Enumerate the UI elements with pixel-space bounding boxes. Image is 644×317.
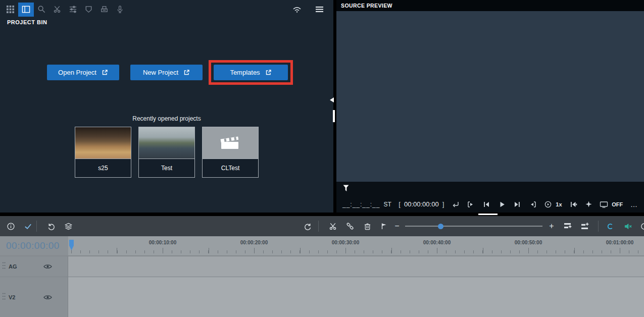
- playhead-marker[interactable]: [69, 240, 74, 250]
- zoom-in-button[interactable]: +: [548, 222, 556, 231]
- source-timecode-field[interactable]: [ 00:00:00:00 ]: [399, 200, 444, 208]
- source-timecode[interactable]: 00:00:00:00: [404, 200, 439, 208]
- project-card-test[interactable]: Test: [138, 127, 195, 178]
- open-project-button[interactable]: Open Project: [47, 65, 119, 80]
- history-undo-icon[interactable]: [301, 220, 314, 233]
- timeline-ruler: 00:00:00:00 00:00:10:00 00:00:20:00 00:0…: [0, 236, 644, 255]
- display-icon: [600, 201, 608, 208]
- source-scrub-bar[interactable]: [336, 182, 644, 196]
- templates-label: Templates: [230, 69, 260, 76]
- fx-icon[interactable]: [603, 220, 616, 233]
- wifi-icon[interactable]: [289, 3, 305, 17]
- project-name: CLTest: [203, 159, 258, 177]
- zoom-slider[interactable]: [405, 226, 542, 227]
- new-project-button[interactable]: New Project: [130, 65, 203, 80]
- project-card-cltest[interactable]: CLTest: [202, 127, 259, 178]
- project-bin-toolbar-right: [289, 3, 327, 17]
- snap-icon[interactable]: [585, 200, 592, 208]
- templates-highlight-box: Templates: [209, 60, 293, 85]
- project-bin-tab-icon[interactable]: [18, 3, 34, 17]
- drag-handle-icon[interactable]: [2, 292, 6, 302]
- track-visibility-eye-icon[interactable]: [43, 263, 52, 270]
- audio-mute-icon[interactable]: [621, 220, 634, 233]
- play-icon[interactable]: [498, 200, 506, 208]
- flag-icon[interactable]: [377, 220, 390, 233]
- panel-title: PROJECT BIN: [7, 19, 47, 25]
- delete-icon[interactable]: [361, 220, 374, 233]
- track-visibility-eye-icon[interactable]: [43, 294, 52, 300]
- ruler-label: 00:00:50:00: [507, 240, 550, 245]
- cut-icon[interactable]: [326, 220, 339, 233]
- open-external-icon: [102, 69, 108, 76]
- project-bin-toolbar: [0, 0, 333, 17]
- open-external-icon: [265, 69, 272, 76]
- templates-button[interactable]: Templates: [214, 65, 288, 80]
- bracket-close: ]: [442, 200, 444, 208]
- project-thumbnail: [203, 127, 258, 159]
- clapperboard-icon: [220, 135, 241, 151]
- drag-handle-icon[interactable]: [2, 261, 6, 272]
- search-icon[interactable]: [34, 3, 49, 17]
- add-track-bottom-icon[interactable]: [579, 220, 592, 233]
- step-back-icon[interactable]: [482, 200, 490, 208]
- splitter-handle[interactable]: [333, 110, 335, 122]
- jump-to-start-icon[interactable]: [569, 200, 577, 208]
- source-preview-header: SOURCE PREVIEW: [336, 0, 644, 11]
- timeline-panel: − + 00:00:00:00: [0, 216, 644, 317]
- clipped-tool-icon[interactable]: [637, 220, 644, 233]
- project-thumbnail: [139, 127, 194, 159]
- bracket-open: [: [399, 200, 401, 208]
- scrub-marker-icon[interactable]: [343, 185, 349, 194]
- menu-icon[interactable]: [312, 3, 327, 17]
- track-header-v2[interactable]: V2: [0, 277, 68, 317]
- display-toggle[interactable]: OFF: [600, 201, 623, 208]
- check-icon[interactable]: [21, 220, 34, 233]
- project-card-s25[interactable]: s25: [75, 127, 131, 178]
- sliders-icon[interactable]: [65, 3, 81, 17]
- ruler-label: 00:00:40:00: [416, 240, 458, 245]
- tag-icon[interactable]: [81, 3, 96, 17]
- info-icon[interactable]: [4, 220, 17, 233]
- collapse-panel-arrow-icon[interactable]: [330, 97, 334, 102]
- unlink-icon[interactable]: [343, 220, 357, 233]
- toolbar-divider: [598, 221, 599, 232]
- speed-icon: [544, 200, 552, 208]
- printer-icon[interactable]: [96, 3, 112, 17]
- microphone-icon[interactable]: [112, 3, 128, 17]
- display-off-label: OFF: [612, 201, 623, 207]
- step-forward-icon[interactable]: [513, 200, 521, 208]
- ruler-scale[interactable]: 00:00:10:00 00:00:20:00 00:00:30:00 00:0…: [68, 236, 644, 255]
- new-project-label: New Project: [143, 69, 178, 76]
- zoom-slider-thumb[interactable]: [438, 224, 443, 229]
- zoom-out-button[interactable]: −: [393, 222, 401, 231]
- source-transport-bar: __:__:__:__ ST [ 00:00:00:00 ]: [336, 196, 644, 213]
- loop-icon[interactable]: [452, 200, 460, 208]
- add-track-top-icon[interactable]: [562, 220, 575, 233]
- layers-icon[interactable]: [62, 220, 75, 233]
- toolbar-divider: [318, 221, 319, 232]
- open-external-icon: [183, 69, 190, 76]
- track-name: V2: [9, 294, 15, 300]
- recent-projects-title: Recently opened projects: [75, 115, 259, 122]
- more-options-icon[interactable]: …: [630, 200, 638, 208]
- undo-icon[interactable]: [44, 220, 58, 233]
- source-preview-title: SOURCE PREVIEW: [341, 3, 392, 9]
- project-thumbnail: [75, 127, 131, 159]
- mark-in-icon[interactable]: [467, 200, 475, 208]
- current-timecode: 00:00:00:00: [0, 236, 68, 255]
- speed-control[interactable]: 1x: [544, 200, 562, 208]
- track-row-v2: V2: [0, 277, 644, 317]
- mark-out-icon[interactable]: [529, 200, 537, 208]
- source-preview-viewport[interactable]: [336, 11, 644, 182]
- project-name: Test: [139, 159, 194, 177]
- panel-resize-hint[interactable]: [478, 214, 498, 215]
- ruler-label: 00:00:30:00: [324, 240, 367, 245]
- timecode-placeholder: __:__:__:__: [342, 201, 380, 208]
- scissors-icon[interactable]: [49, 3, 65, 17]
- recent-projects-list: s25 Test CLTest: [75, 127, 259, 178]
- toolbar-divider: [36, 221, 37, 232]
- track-header-ag[interactable]: AG: [0, 256, 68, 277]
- source-preview-panel: SOURCE PREVIEW __:__:__:__ ST [ 00:00:00…: [336, 0, 644, 213]
- apps-grid-icon[interactable]: [3, 3, 18, 17]
- ruler-label: 00:00:20:00: [233, 240, 275, 245]
